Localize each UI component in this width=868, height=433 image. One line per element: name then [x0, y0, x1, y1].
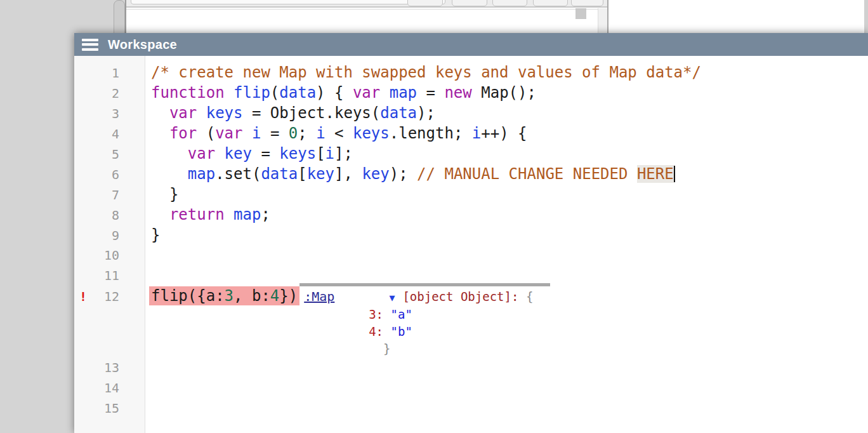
line-number: 12: [104, 289, 119, 304]
evaluated-expression-highlight[interactable]: flip({a:3, b:4}): [149, 286, 299, 305]
code-line-content[interactable]: }: [145, 225, 868, 245]
titlebar: Workspace: [74, 33, 868, 56]
code-line[interactable]: 13: [74, 357, 868, 378]
code-line-content[interactable]: var keys = Object.keys(data);: [145, 103, 868, 123]
code-line-12[interactable]: !12 flip({a:3, b:4}):Map▼[object Object]…: [74, 286, 868, 306]
line-number: 5: [74, 144, 145, 164]
code-line[interactable]: 6 map.set(data[key], key); // MANUAL CHA…: [74, 164, 868, 184]
line-number: 2: [74, 83, 145, 103]
code-line[interactable]: 3 var keys = Object.keys(data);: [74, 103, 868, 123]
line-number: 6: [74, 164, 145, 185]
left-scrollbar-thumb[interactable]: [114, 0, 125, 38]
line-number: 4: [74, 124, 145, 144]
line-number: 7: [74, 185, 145, 205]
background-button-4[interactable]: [533, 0, 568, 6]
line-number: 15: [74, 398, 145, 418]
code-line[interactable]: 5 var key = keys[i];: [74, 143, 868, 164]
result-line-content[interactable]: 3: "a": [145, 306, 868, 323]
code-line[interactable]: 8 return map;: [74, 204, 868, 225]
line-number: 3: [74, 103, 145, 124]
result-row[interactable]: 3: "a": [74, 306, 868, 323]
background-button-1[interactable]: [407, 0, 443, 6]
background-toolbar-divider: [126, 9, 608, 10]
background-scrollbar-thumb[interactable]: [575, 8, 586, 19]
code-line-content[interactable]: function flip(data) { var map = new Map(…: [145, 83, 868, 103]
code-line[interactable]: 10: [74, 245, 868, 265]
background-window-border: [607, 0, 608, 38]
text-cursor: [674, 166, 675, 182]
result-line-content[interactable]: }: [145, 340, 868, 357]
code-line[interactable]: 2function flip(data) { var map = new Map…: [74, 83, 868, 103]
expand-triangle-icon[interactable]: ▼: [389, 292, 395, 303]
line-number-cell: !12: [74, 286, 145, 307]
code-line-content[interactable]: /* create new Map with swapped keys and …: [145, 62, 868, 83]
code-line-content[interactable]: for (var i = 0; i < keys.length; i++) {: [145, 123, 868, 143]
menu-icon[interactable]: [82, 39, 98, 51]
workspace-panel: Workspace 1/* create new Map with swappe…: [74, 33, 868, 433]
code-line-content[interactable]: }: [145, 184, 868, 204]
code-line-content[interactable]: map.set(data[key], key); // MANUAL CHANG…: [145, 164, 868, 184]
line-number: 10: [74, 245, 145, 265]
code-line[interactable]: 4 for (var i = 0; i < keys.length; i++) …: [74, 123, 868, 143]
result-row[interactable]: 4: "b": [74, 323, 868, 340]
code-line[interactable]: 14: [74, 378, 868, 398]
result-type-link[interactable]: :Map: [304, 289, 334, 304]
background-input-field[interactable]: [131, 0, 445, 4]
line-number: 1: [74, 63, 145, 83]
code-line-content[interactable]: var key = keys[i];: [145, 143, 868, 164]
background-button-5[interactable]: [571, 0, 603, 6]
result-object-head: [object Object]: {: [402, 290, 533, 303]
background-button-3[interactable]: [492, 0, 527, 6]
line-number: 8: [74, 205, 145, 225]
code-line[interactable]: 15: [74, 398, 868, 418]
background-window: [126, 0, 868, 38]
code-line[interactable]: 9}: [74, 225, 868, 245]
right-edge-strip: [864, 0, 868, 33]
result-line-content[interactable]: 4: "b": [145, 323, 868, 340]
line-number: 9: [74, 225, 145, 246]
line-number: 14: [74, 378, 145, 398]
code-editor[interactable]: 1/* create new Map with swapped keys and…: [74, 56, 868, 433]
error-marker: !: [79, 286, 87, 307]
result-row[interactable]: }: [74, 340, 868, 357]
line-number: 13: [74, 357, 145, 378]
code-line-content[interactable]: flip({a:3, b:4}):Map▼[object Object]: {: [145, 286, 868, 308]
result-divider: [299, 283, 550, 286]
code-line[interactable]: 1/* create new Map with swapped keys and…: [74, 62, 868, 83]
left-window-edge: [125, 0, 126, 38]
background-button-2[interactable]: [452, 0, 487, 6]
code-line[interactable]: 7 }: [74, 184, 868, 204]
line-number: 11: [74, 265, 145, 286]
window-title: Workspace: [108, 37, 177, 52]
code-line-content[interactable]: return map;: [145, 204, 868, 225]
